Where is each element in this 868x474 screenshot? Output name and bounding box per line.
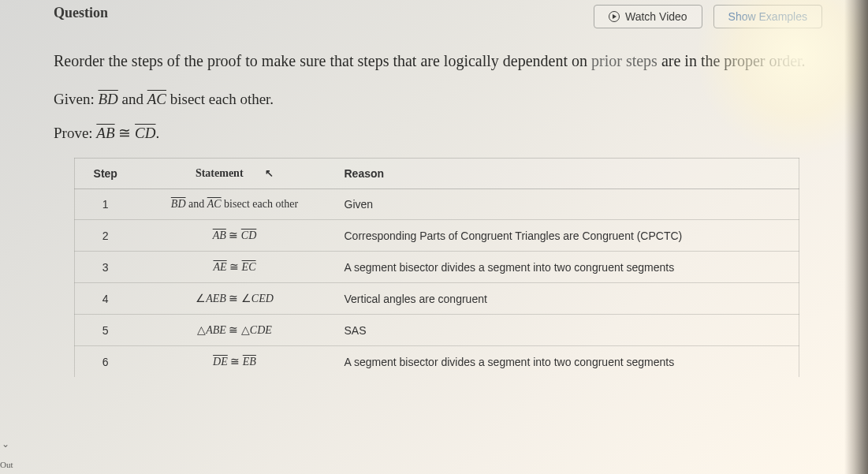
table-row[interactable]: 5△ABE ≅ △CDESAS: [75, 315, 799, 346]
reason-cell[interactable]: Vertical angles are congruent: [333, 283, 799, 315]
watch-video-button[interactable]: Watch Video: [594, 5, 702, 28]
top-buttons: Watch Video Show Examples: [594, 5, 822, 28]
statement-cell[interactable]: AE ≅ EC: [136, 252, 333, 283]
statement-cell[interactable]: BD and AC bisect each other: [136, 189, 333, 220]
prove-rel: ≅: [115, 125, 136, 141]
col-statement: Statement ↖: [136, 159, 333, 189]
play-icon: [609, 11, 620, 22]
page-right-shadow: [844, 0, 868, 474]
reason-cell[interactable]: Corresponding Parts of Congruent Triangl…: [333, 220, 799, 252]
reason-cell[interactable]: A segment bisector divides a segment int…: [333, 252, 799, 283]
reason-cell[interactable]: Given: [333, 189, 799, 220]
show-examples-label: Show Examples: [728, 10, 807, 23]
content-area: Question Watch Video Show Examples Reord…: [0, 0, 868, 377]
given-label: Given:: [54, 91, 98, 107]
reason-cell[interactable]: A segment bisector divides a segment int…: [333, 346, 799, 378]
watch-video-label: Watch Video: [625, 10, 687, 23]
table-row[interactable]: 1BD and AC bisect each otherGiven: [75, 189, 799, 220]
step-cell: 6: [75, 346, 136, 378]
statement-cell[interactable]: ∠AEB ≅ ∠CED: [136, 283, 333, 315]
step-cell: 5: [75, 315, 136, 346]
instructions-text: Reorder the steps of the proof to make s…: [54, 50, 822, 72]
instructions-pre: Reorder the steps of the proof to make s…: [54, 52, 591, 69]
prove-seg1: AB: [96, 125, 114, 141]
reason-cell[interactable]: SAS: [333, 315, 799, 346]
table-row[interactable]: 3AE ≅ ECA segment bisector divides a seg…: [75, 252, 799, 283]
prove-label: Prove:: [54, 125, 96, 141]
given-seg2: AC: [147, 91, 166, 107]
statement-cell[interactable]: DE ≅ EB: [136, 346, 333, 378]
prove-seg2: CD: [135, 125, 155, 141]
given-line: Given: BD and AC bisect each other.: [54, 91, 822, 108]
prove-tail: .: [155, 125, 159, 141]
show-examples-button[interactable]: Show Examples: [713, 5, 822, 28]
instructions-grey: prior steps: [591, 52, 658, 69]
collapse-caret-icon[interactable]: ⌄: [2, 439, 9, 450]
given-mid: and: [118, 91, 147, 107]
proof-table: Step Statement ↖ Reason 1BD and AC bisec…: [74, 158, 799, 377]
given-seg1: BD: [98, 91, 117, 107]
table-body: 1BD and AC bisect each otherGiven2AB ≅ C…: [75, 189, 799, 378]
table-row[interactable]: 4∠AEB ≅ ∠CEDVertical angles are congruen…: [75, 283, 799, 315]
step-cell: 4: [75, 283, 136, 315]
instructions-post: are in the proper order.: [658, 52, 806, 69]
prove-line: Prove: AB ≅ CD.: [54, 124, 822, 142]
col-statement-label: Statement: [196, 167, 244, 179]
table-header-row: Step Statement ↖ Reason: [75, 159, 799, 189]
statement-cell[interactable]: △ABE ≅ △CDE: [136, 315, 333, 346]
step-cell: 3: [75, 252, 136, 283]
col-step: Step: [75, 159, 136, 189]
cursor-icon: ↖: [265, 167, 274, 180]
statement-cell[interactable]: AB ≅ CD: [136, 220, 333, 252]
step-cell: 2: [75, 220, 136, 252]
top-bar: Question Watch Video Show Examples: [54, 5, 822, 28]
col-reason: Reason: [333, 159, 799, 189]
question-heading: Question: [54, 5, 108, 21]
table-row[interactable]: 6DE ≅ EBA segment bisector divides a seg…: [75, 346, 799, 378]
table-row[interactable]: 2AB ≅ CDCorresponding Parts of Congruent…: [75, 220, 799, 252]
step-cell: 1: [75, 189, 136, 220]
given-tail: bisect each other.: [166, 91, 274, 107]
out-label: Out: [0, 460, 13, 469]
